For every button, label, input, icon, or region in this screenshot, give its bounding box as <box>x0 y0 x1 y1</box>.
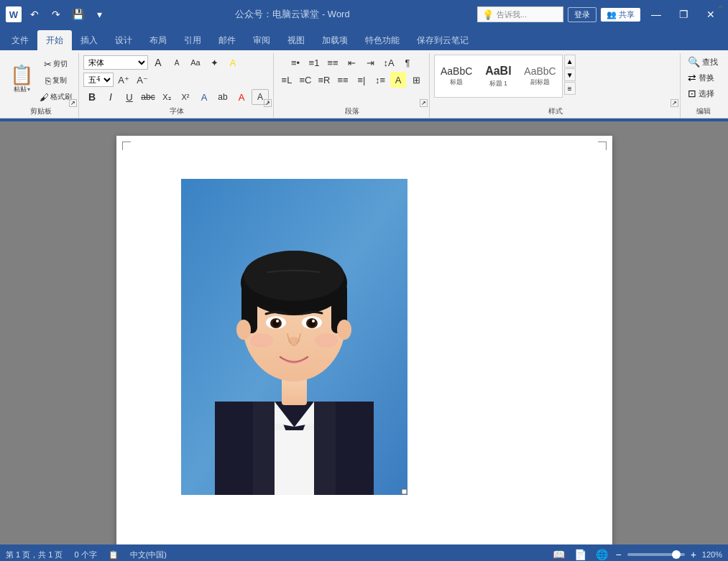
text-highlight-color-button[interactable]: ab <box>214 89 231 105</box>
style-normal[interactable]: AaBbC 标题 <box>436 64 476 89</box>
font-size-select[interactable]: 五号 <box>83 73 114 87</box>
select-button[interactable]: ⊡ 选择 <box>685 86 717 101</box>
font-case-button[interactable]: Aa <box>187 55 204 70</box>
style-sub-preview: AaBbC <box>524 65 556 78</box>
styles-gallery: AaBbC 标题 AaBl 标题 1 AaBbC 副标题 <box>434 55 563 98</box>
lightbulb-icon: 💡 <box>482 9 494 20</box>
clipboard-expand-icon[interactable]: ↗ <box>69 95 77 108</box>
login-button[interactable]: 登录 <box>568 7 596 22</box>
find-button[interactable]: 🔍 查找 <box>685 55 721 69</box>
bullets-button[interactable]: ≡• <box>287 55 304 70</box>
undo-button[interactable]: ↶ <box>26 6 43 23</box>
style-heading1[interactable]: AaBl 标题 1 <box>478 62 518 89</box>
photo-container[interactable] <box>181 179 407 495</box>
title-bar-title: 公众号：电脑云课堂 - Word <box>108 8 477 21</box>
para-row-1: ≡• ≡1 ≡≡ ⇤ ⇥ ↕A ¶ <box>287 55 416 70</box>
font-name-select[interactable]: 宋体 <box>83 55 148 70</box>
tab-design[interactable]: 设计 <box>106 30 141 50</box>
superscript-button[interactable]: X² <box>177 89 194 105</box>
styles-scroll-down[interactable]: ▼ <box>564 68 576 81</box>
style-subtitle[interactable]: AaBbC 副标题 <box>520 64 560 89</box>
page-view-button[interactable]: 📄 <box>572 547 588 561</box>
multilevel-list-button[interactable]: ≡≡ <box>324 55 341 70</box>
copy-button[interactable]: ⎘ 复制 <box>37 73 74 88</box>
clear-format-button[interactable]: ✦ <box>206 55 223 70</box>
tab-view[interactable]: 视图 <box>279 30 313 50</box>
increase-indent-button[interactable]: ⇥ <box>361 55 379 70</box>
web-view-button[interactable]: 🌐 <box>594 547 609 561</box>
decrease-size-button[interactable]: A⁻ <box>134 72 151 88</box>
find-label: 查找 <box>702 57 718 68</box>
font-grow-button[interactable]: A <box>149 55 167 70</box>
editing-label: 编辑 <box>682 106 725 116</box>
tab-layout[interactable]: 布局 <box>141 30 175 50</box>
para-expand-icon[interactable]: ↗ <box>420 95 428 108</box>
distribute-button[interactable]: ≡| <box>353 72 370 88</box>
para-content: ≡• ≡1 ≡≡ ⇤ ⇥ ↕A ¶ ≡L ≡C ≡R ≡≡ ≡| ↕≡ A ⊞ <box>278 55 425 105</box>
strikethrough-button[interactable]: abc <box>139 89 157 105</box>
share-label: 共享 <box>619 9 635 20</box>
zoom-level: 120% <box>702 550 722 559</box>
align-left-button[interactable]: ≡L <box>278 72 295 88</box>
tab-insert[interactable]: 插入 <box>72 30 106 50</box>
align-center-button[interactable]: ≡C <box>297 72 314 88</box>
tab-review[interactable]: 审阅 <box>244 30 279 50</box>
tab-addins[interactable]: 加载项 <box>313 30 356 50</box>
styles-expand-icon[interactable]: ↗ <box>671 95 678 108</box>
tab-file[interactable]: 文件 <box>3 30 37 50</box>
save-button[interactable]: 💾 <box>69 6 86 23</box>
replace-button[interactable]: ⇄ 替换 <box>685 70 717 85</box>
svg-point-17 <box>236 320 251 340</box>
borders-button[interactable]: ⊞ <box>407 72 425 88</box>
show-marks-button[interactable]: ¶ <box>399 55 416 70</box>
restore-button[interactable]: ❐ <box>672 4 695 24</box>
passport-photo <box>181 179 407 495</box>
tab-mailings[interactable]: 邮件 <box>210 30 244 50</box>
bold-button[interactable]: B <box>83 89 101 105</box>
svg-point-16 <box>244 251 344 301</box>
font-shrink-button[interactable]: A <box>168 55 185 70</box>
clipboard-content: 📋 粘贴 ▾ ✂ 剪切 ⎘ 复制 <box>6 55 74 105</box>
styles-scroll-up[interactable]: ▲ <box>564 55 576 68</box>
tab-references[interactable]: 引用 <box>175 30 210 50</box>
zoom-out-button[interactable]: − <box>615 549 621 560</box>
font-color-button[interactable]: A <box>233 89 250 105</box>
paste-button[interactable]: 📋 粘贴 ▾ <box>6 55 37 105</box>
text-effects-button[interactable]: A <box>195 89 213 105</box>
tab-home[interactable]: 开始 <box>37 30 72 50</box>
numbering-button[interactable]: ≡1 <box>305 55 323 70</box>
font-name-row: 宋体 A A Aa ✦ A <box>83 55 241 70</box>
shading-button[interactable]: A <box>390 72 406 88</box>
increase-size-button[interactable]: A⁺ <box>115 72 132 88</box>
format-painter-icon: 🖌 <box>40 92 49 103</box>
redo-button[interactable]: ↷ <box>47 6 65 23</box>
underline-button[interactable]: U <box>121 89 138 105</box>
line-spacing-button[interactable]: ↕≡ <box>372 72 389 88</box>
customize-qat-button[interactable]: ▾ <box>91 6 108 23</box>
decrease-indent-button[interactable]: ⇤ <box>343 55 360 70</box>
ribbon-collapse-button[interactable]: ⌃ <box>717 3 725 16</box>
paragraph-label: 段落 <box>275 106 429 116</box>
tell-me-input[interactable]: 💡 告诉我... <box>477 6 563 22</box>
tab-cloud[interactable]: 保存到云笔记 <box>408 30 477 50</box>
font-expand-icon[interactable]: ↗ <box>264 95 272 108</box>
styles-more[interactable]: ≡ <box>564 82 576 95</box>
sort-button[interactable]: ↕A <box>380 55 397 70</box>
cut-button[interactable]: ✂ 剪切 <box>37 56 74 72</box>
login-share-area: 💡 告诉我... 登录 👥 共享 — ❐ ✕ <box>477 4 722 24</box>
zoom-in-button[interactable]: + <box>691 549 696 560</box>
minimize-button[interactable]: — <box>645 4 668 24</box>
zoom-slider[interactable] <box>627 553 685 556</box>
replace-label: 替换 <box>699 73 714 83</box>
style-normal-label: 标题 <box>450 78 463 87</box>
subscript-button[interactable]: X₂ <box>158 89 175 105</box>
align-right-button[interactable]: ≡R <box>315 72 333 88</box>
paste-dropdown-icon: ▾ <box>27 86 30 93</box>
ribbon: 文件 开始 插入 设计 布局 引用 邮件 审阅 视图 加载项 特色功能 保存到云… <box>0 29 728 119</box>
read-view-button[interactable]: 📖 <box>550 547 566 561</box>
justify-button[interactable]: ≡≡ <box>334 72 351 88</box>
tab-special[interactable]: 特色功能 <box>356 30 408 50</box>
share-button[interactable]: 👥 共享 <box>601 8 640 22</box>
italic-button[interactable]: I <box>102 89 119 105</box>
text-highlight-button[interactable]: A <box>224 55 241 70</box>
